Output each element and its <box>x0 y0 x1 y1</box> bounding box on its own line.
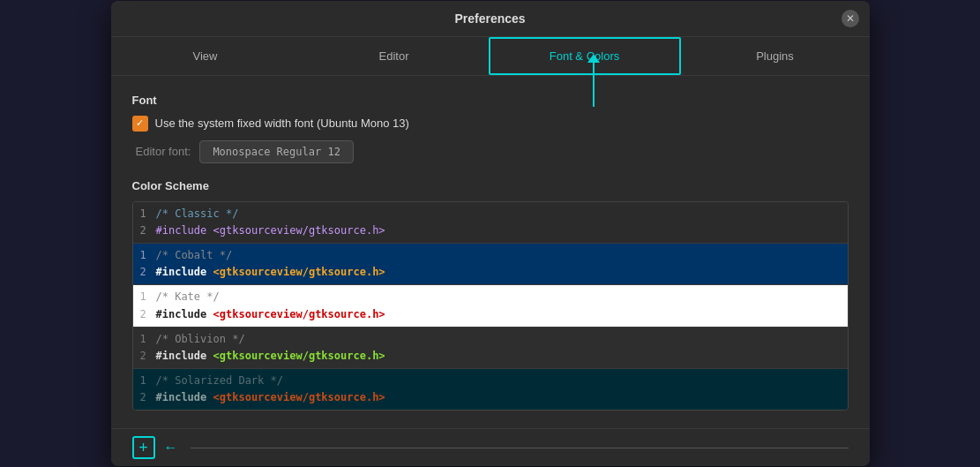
color-scheme-label: Color Scheme <box>132 179 849 192</box>
scheme-line-2: 2 #include <gtksourceview/gtksource.h> <box>140 222 841 239</box>
add-scheme-button[interactable]: + <box>132 436 155 459</box>
scheme-line-1: 1 /* Classic */ <box>140 206 841 222</box>
system-font-label: Use the system fixed width font (Ubuntu … <box>155 117 409 130</box>
font-section: Font ✓ Use the system fixed width font (… <box>132 94 849 163</box>
dialog-title: Preferences <box>454 11 525 26</box>
tab-view[interactable]: View <box>111 37 300 75</box>
scheme-item-oblivion[interactable]: 1 /* Oblivion */ 2 #include <gtksourcevi… <box>133 328 848 369</box>
scheme-line-2: 2 #include <gtksourceview/gtksource.h> <box>140 306 841 323</box>
tab-font-colors[interactable]: Font & Colors <box>489 37 681 75</box>
scheme-preview-oblivion: 1 /* Oblivion */ 2 #include <gtksourcevi… <box>133 328 848 368</box>
bottom-divider <box>191 448 849 448</box>
scheme-preview-kate: 1 /* Kate */ 2 #include <gtksourceview/g… <box>133 285 848 326</box>
arrow-left-indicator: ← <box>164 440 178 456</box>
scheme-item-cobalt[interactable]: 1 /* Cobalt */ 2 #include <gtksourceview… <box>133 244 848 285</box>
close-button[interactable]: ✕ <box>842 10 859 27</box>
scheme-line-1: 1 /* Cobalt */ <box>140 247 841 264</box>
scheme-line-2: 2 #include <gtksourceview/gtksource.h> <box>140 348 841 365</box>
editor-font-label: Editor font: <box>136 145 191 158</box>
scheme-preview-solarized: 1 /* Solarized Dark */ 2 #include <gtkso… <box>133 369 848 410</box>
tabs-bar: View Editor Font & Colors Plugins <box>111 37 870 76</box>
scheme-line-2: 2 #include <gtksourceview/gtksource.h> <box>140 389 841 406</box>
font-section-label: Font <box>132 94 849 107</box>
scheme-item-solarized[interactable]: 1 /* Solarized Dark */ 2 #include <gtkso… <box>133 369 848 410</box>
scheme-list: 1 /* Classic */ 2 #include <gtksourcevie… <box>132 201 849 411</box>
system-font-checkbox[interactable]: ✓ <box>132 116 148 132</box>
color-scheme-section: Color Scheme 1 /* Classic */ 2 #include … <box>132 179 849 411</box>
tab-editor[interactable]: Editor <box>300 37 489 75</box>
system-font-row: ✓ Use the system fixed width font (Ubunt… <box>132 116 849 132</box>
scheme-line-1: 1 /* Kate */ <box>140 289 841 305</box>
scheme-line-1: 1 /* Solarized Dark */ <box>140 373 841 389</box>
font-picker-button[interactable]: Monospace Regular 12 <box>199 140 354 163</box>
scheme-item-kate[interactable]: 1 /* Kate */ 2 #include <gtksourceview/g… <box>133 285 848 327</box>
scheme-preview-cobalt: 1 /* Cobalt */ 2 #include <gtksourceview… <box>133 244 848 284</box>
tab-plugins[interactable]: Plugins <box>681 37 870 75</box>
scheme-preview-classic: 1 /* Classic */ 2 #include <gtksourcevie… <box>133 202 848 243</box>
scheme-item-classic[interactable]: 1 /* Classic */ 2 #include <gtksourcevie… <box>133 202 848 244</box>
bottom-bar: + ← <box>111 428 870 466</box>
scheme-line-2: 2 #include <gtksourceview/gtksource.h> <box>140 264 841 281</box>
scheme-line-1: 1 /* Oblivion */ <box>140 331 841 348</box>
plus-icon: + <box>138 440 148 456</box>
content-area: Font ✓ Use the system fixed width font (… <box>111 76 870 429</box>
checkmark-icon: ✓ <box>136 117 144 129</box>
editor-font-row: Editor font: Monospace Regular 12 <box>136 140 849 163</box>
close-icon: ✕ <box>846 12 855 25</box>
titlebar: Preferences ✕ <box>111 1 870 37</box>
preferences-dialog: Preferences ✕ View Editor Font & Colors … <box>111 1 870 467</box>
